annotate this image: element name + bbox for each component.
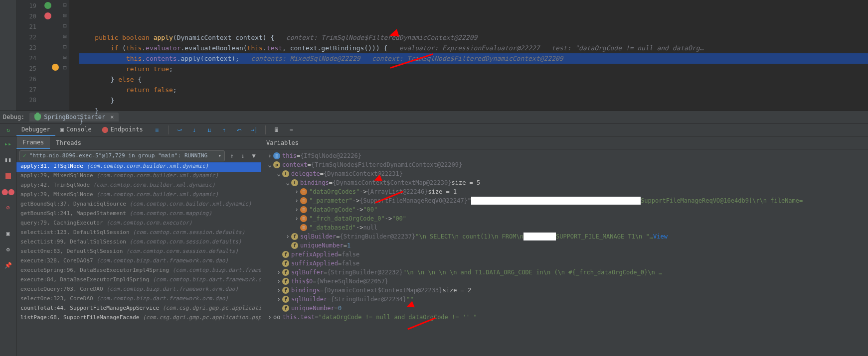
resume-program-icon[interactable]: ▸▸ [3, 139, 12, 148]
variable-row[interactable]: funiqueNumber = 0 [264, 304, 865, 313]
variable-row[interactable]: fsuffixApplied = false [264, 259, 865, 268]
variable-row[interactable]: ›≡"_parameter" -> {SupportFileManageReqV… [264, 196, 865, 205]
variable-row[interactable]: ›fsqlBuffer = {StringBuilder@22232} "\n … [264, 268, 865, 277]
fold-column[interactable]: ⊟⊟⊟⊟⊟⊟⊟ [60, 0, 69, 111]
view-breakpoints-icon[interactable]: ⬤⬤ [3, 187, 12, 196]
next-frame-icon[interactable]: ↓ [239, 152, 247, 160]
chevron-down-icon: ▾ [218, 152, 221, 159]
frame-item[interactable]: executeQuery:703, CoreDAO (com.comtop.bi… [16, 285, 261, 295]
variable-row[interactable]: ⌄fbindings = {DynamicContext$ContextMap@… [264, 178, 865, 187]
frame-item[interactable]: listPage:68, SupportFileManageFacade (co… [16, 314, 261, 323]
camera-icon[interactable]: ▣ [3, 229, 12, 238]
variable-row[interactable]: ›≡"dataOrgCode" -> "00" [264, 205, 865, 214]
code-body[interactable]: public boolean apply(DynamicContext cont… [69, 0, 868, 111]
stop-icon[interactable] [3, 171, 12, 180]
tab-debugger[interactable]: Debugger [16, 123, 55, 136]
frame-item[interactable]: execute:328, CoreDAO$7 (com.comtop.bizp.… [16, 257, 261, 266]
variable-row[interactable]: ≡"_databaseId" -> null [264, 223, 865, 232]
variable-row[interactable]: ⌄pcontext = {TrimSqlNode$FilteredDynamic… [264, 160, 865, 169]
variable-row[interactable]: ›oothis.test = "dataOrgCode != null and … [264, 313, 865, 322]
tree-toggle-icon[interactable]: › [293, 197, 300, 204]
rerun-icon[interactable]: ↻ [4, 126, 12, 134]
variable-row[interactable]: ›≡"_frch_dataOrgCode_0" -> "00" [264, 214, 865, 223]
debug-bug-icon [34, 114, 41, 120]
frame-item[interactable]: selectOne:63, DefaultSqlSession (com.com… [16, 247, 261, 257]
tree-toggle-icon[interactable]: ⌄ [275, 170, 282, 177]
tree-toggle-icon[interactable]: › [266, 152, 273, 159]
frame-item[interactable]: execute:84, DataBaseExecutorImpl4Spring … [16, 276, 261, 285]
variable-row[interactable]: fprefixApplied = false [264, 250, 865, 259]
pause-program-icon[interactable]: ▮▮ [3, 155, 12, 164]
frames-panel: Frames Threads ✓ "http-nio-8096-exec-5"@… [16, 136, 261, 356]
frame-item[interactable]: query:79, CachingExecutor (com.comtop.co… [16, 219, 261, 229]
tree-toggle-icon[interactable]: ⌄ [284, 179, 291, 186]
variable-row[interactable]: ›fthis$0 = {WhereSqlNode@22057} [264, 277, 865, 286]
gutter-marks [40, 0, 60, 111]
pin-icon[interactable]: 📌 [3, 261, 12, 270]
code-editor[interactable]: 19202122232425262728 ⊟⊟⊟⊟⊟⊟⊟ public bool… [0, 0, 868, 111]
frame-item[interactable]: selectList:123, DefaultSqlSession (com.c… [16, 229, 261, 238]
tree-toggle-icon[interactable]: › [293, 215, 300, 222]
frame-item[interactable]: apply:31, IfSqlNode (com.comtop.corm.bui… [16, 162, 261, 172]
filter-frames-icon[interactable]: ▼ [250, 152, 258, 160]
frame-item[interactable]: apply:29, MixedSqlNode (com.comtop.corm.… [16, 191, 261, 200]
debug-side-toolbar: ▸▸ ▮▮ ⬤⬤ ⊘ ▣ ⚙ 📌 [0, 136, 16, 356]
frame-item[interactable]: apply:42, TrimSqlNode (com.comtop.corm.b… [16, 181, 261, 191]
variable-row[interactable]: ›fsqlBuilder = {StringBuilder@22237} "\n… [264, 232, 865, 241]
settings-gear-icon[interactable]: ⚙ [3, 245, 12, 254]
intention-bulb-icon[interactable] [52, 64, 59, 71]
frame-item[interactable]: getBoundSql:37, DynamicSqlSource (com.co… [16, 200, 261, 210]
variable-row[interactable]: ›≡this = {IfSqlNode@22226} [264, 151, 865, 160]
thread-dropdown[interactable]: ✓ "http-nio-8096-exec-5"@17,729 in group… [19, 150, 225, 161]
tree-toggle-icon[interactable]: › [275, 287, 282, 294]
frame-item[interactable]: selectOne:323, CoreDAO (com.comtop.bizp.… [16, 295, 261, 304]
variables-tree[interactable]: ›≡this = {IfSqlNode@22226}⌄pcontext = {T… [261, 149, 868, 356]
tree-toggle-icon[interactable]: ⌄ [266, 161, 273, 168]
variables-header: Variables [261, 136, 868, 149]
line-number-gutter: 19202122232425262728 [16, 0, 40, 111]
tree-toggle-icon[interactable]: › [275, 269, 282, 276]
variables-panel: Variables ›≡this = {IfSqlNode@22226}⌄pco… [261, 136, 868, 356]
prev-frame-icon[interactable]: ↑ [228, 152, 236, 160]
mute-breakpoints-icon[interactable]: ⊘ [3, 203, 12, 212]
tree-toggle-icon[interactable]: › [284, 233, 291, 240]
variable-row[interactable]: ›fbindings = {DynamicContext$ContextMap@… [264, 286, 865, 295]
thread-selector-row: ✓ "http-nio-8096-exec-5"@17,729 in group… [16, 149, 261, 162]
tree-toggle-icon[interactable]: › [293, 188, 300, 195]
frame-item[interactable]: apply:29, MixedSqlNode (com.comtop.corm.… [16, 172, 261, 181]
tab-frames[interactable]: Frames [16, 136, 50, 149]
frame-item[interactable]: countTotal:44, SupportFileManageAppServi… [16, 304, 261, 314]
variable-row[interactable]: funiqueNumber = 1 [264, 241, 865, 250]
tree-toggle-icon[interactable]: › [275, 296, 282, 303]
variable-row[interactable]: ›≡"dataOrgCodes" -> {ArrayList@22246} si… [264, 187, 865, 196]
variable-row[interactable]: ⌄fdelegate = {DynamicContext@22231} [264, 169, 865, 178]
frames-list[interactable]: apply:31, IfSqlNode (com.comtop.corm.bui… [16, 162, 261, 356]
tree-toggle-icon[interactable]: › [266, 314, 273, 321]
tree-toggle-icon[interactable]: › [293, 206, 300, 213]
tab-threads[interactable]: Threads [50, 136, 87, 149]
variable-row[interactable]: ›fsqlBuilder = {StringBuilder@22234} "" [264, 295, 865, 304]
debug-main-panel: ▸▸ ▮▮ ⬤⬤ ⊘ ▣ ⚙ 📌 Frames Threads ✓ "http-… [0, 136, 868, 356]
frame-item[interactable]: selectList:99, DefaultSqlSession (com.co… [16, 238, 261, 247]
check-icon: ✓ [23, 152, 26, 159]
tree-toggle-icon[interactable]: › [275, 278, 282, 285]
editor-left-strip [0, 0, 16, 111]
debug-label: Debug: [3, 114, 24, 120]
frame-item[interactable]: executeSpring:96, DataBaseExecutorImpl4S… [16, 266, 261, 276]
thread-name: "http-nio-8096-exec-5"@17,729 in group "… [29, 152, 208, 159]
frame-item[interactable]: getBoundSql:241, MappedStatement (com.co… [16, 210, 261, 219]
